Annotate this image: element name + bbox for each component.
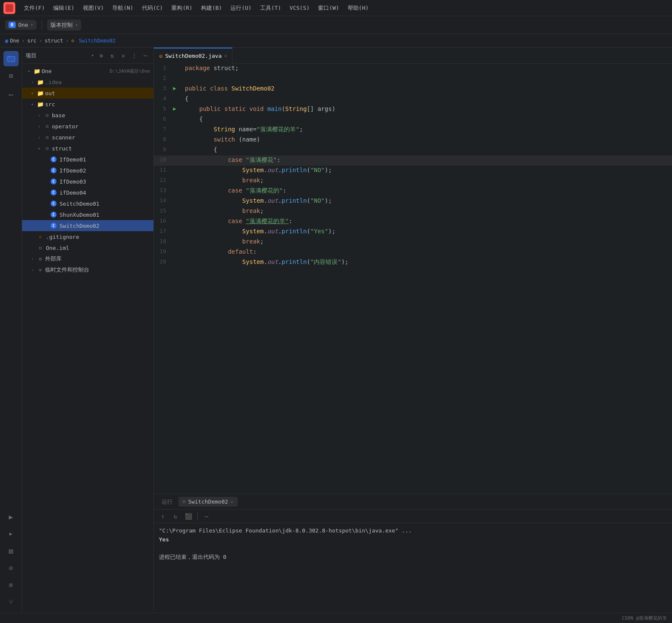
tree-item-gitignore[interactable]: ⊘ .gitignore: [22, 231, 153, 242]
breadcrumb-struct[interactable]: struct: [45, 38, 63, 44]
menu-vcs[interactable]: VCS(S): [286, 4, 313, 12]
line-num-6: 6: [154, 115, 173, 122]
code-line-3: 3 ▶ public class SwitchDemo02: [154, 84, 672, 94]
console-bottom-icon[interactable]: ▤: [3, 543, 19, 558]
tree-item-struct[interactable]: ▾ ⊟ struct: [22, 143, 153, 154]
tree-item-ifdemo03[interactable]: C IfDemo03: [22, 176, 153, 187]
list-bottom-icon[interactable]: ≡: [3, 577, 19, 592]
tree-arrow-idea: ›: [29, 80, 36, 85]
line-num-16: 16: [154, 217, 173, 224]
sort-icon[interactable]: ⇅: [108, 51, 117, 60]
menu-run[interactable]: 运行(U): [227, 3, 255, 13]
tree-folder-icon-src: 📁: [37, 101, 44, 108]
code-content-15: break;: [181, 207, 672, 215]
version-control-dropdown-icon: ▾: [75, 23, 78, 27]
folder-sidebar-icon[interactable]: [3, 51, 19, 66]
stop-btn[interactable]: ⬛: [183, 511, 194, 522]
code-editor[interactable]: 1 package struct; 2 3 ▶ public class Swi…: [154, 64, 672, 494]
refresh-btn[interactable]: ↻: [170, 511, 181, 522]
tree-arrow-operator: ›: [36, 124, 43, 129]
breadcrumb-switchdemo02[interactable]: ⊙ SwitchDemo02: [71, 38, 116, 44]
menu-file[interactable]: 文件(F): [20, 3, 48, 13]
git-bottom-icon[interactable]: ⑂: [3, 594, 19, 609]
menu-navigate[interactable]: 导航(N): [109, 3, 136, 13]
tree-item-seitchdemo01[interactable]: C SeitchDemo01: [22, 198, 153, 209]
menu-tools[interactable]: 工具(T): [257, 3, 284, 13]
tree-label-root: One: [42, 68, 107, 74]
code-content-4: {: [181, 94, 672, 103]
code-line-5: 5 ▶ public static void main(String[] arg…: [154, 105, 672, 115]
code-line-13: 13 case "落满樱花的":: [154, 186, 672, 196]
tree-item-extlib[interactable]: › ⊞ 外部库: [22, 253, 153, 264]
tree-item-shunxudemo01[interactable]: C ShunXuDemo01: [22, 209, 153, 220]
tree-label-shunxudemo01: ShunXuDemo01: [60, 212, 150, 218]
tree-item-ifdemo04[interactable]: C ifDemo04: [22, 187, 153, 198]
run-btn-placeholder-1: [173, 64, 181, 65]
tree-item-switchdemo02[interactable]: C SwitchDemo02: [22, 220, 153, 231]
code-content-20: System.out.println("内容错误");: [181, 258, 672, 267]
tree-item-ifdemo01[interactable]: C IfDemo01: [22, 154, 153, 165]
breadcrumb: ▣ One › src › struct › ⊙ SwitchDemo02: [0, 34, 672, 48]
tree-item-idea[interactable]: › 📁 .idea: [22, 76, 153, 88]
version-control-btn[interactable]: 版本控制 ▾: [47, 20, 81, 31]
scroll-up-btn[interactable]: ↑: [157, 511, 168, 522]
tree-item-scanner[interactable]: › ⊟ scanner: [22, 132, 153, 143]
tree-temp-icon: ≡: [37, 266, 44, 273]
clock-bottom-icon[interactable]: ⊙: [3, 560, 19, 575]
menu-view[interactable]: 视图(V): [79, 3, 107, 13]
code-content-5: public static void main(String[] args): [181, 105, 672, 113]
add-icon[interactable]: ⊕: [96, 51, 106, 60]
tree-item-oneiml[interactable]: ⊟ One.iml: [22, 242, 153, 253]
tree-label-out: out: [45, 90, 150, 96]
line-num-19: 19: [154, 247, 173, 255]
run-btn-5[interactable]: ▶: [173, 105, 181, 112]
bottom-tab-switchdemo02[interactable]: ⊟ SwitchDemo02 ✕: [179, 497, 238, 507]
code-line-12: 12 break;: [154, 176, 672, 186]
status-bar: CSDN @落满樱花的羊: [0, 613, 672, 623]
structure-sidebar-icon[interactable]: ⊞: [3, 68, 19, 83]
tree-item-base[interactable]: › ⊟ base: [22, 110, 153, 121]
run-bottom-icon[interactable]: ▶: [3, 509, 19, 524]
bottom-tab-run[interactable]: 运行: [157, 496, 177, 507]
main-area: ⊞ … ▶ ▶ ▤ ⊙ ≡ ⑂ 项目 ▾ ⊕ ⇅ ✕ ⋮ ─ ▾ 📁: [0, 48, 672, 613]
tree-item-root[interactable]: ▾ 📁 One D:\JAVA项目\One: [22, 65, 153, 76]
more-tree-icon[interactable]: ⋮: [130, 51, 139, 60]
debug-bottom-icon[interactable]: ▶: [3, 526, 19, 541]
tree-item-temp[interactable]: › ≡ 临时文件和控制台: [22, 264, 153, 275]
menu-build[interactable]: 构建(B): [198, 3, 225, 13]
tree-java-icon-switchdemo02: C: [51, 223, 57, 229]
code-content-13: case "落满樱花的":: [181, 186, 672, 195]
more-sidebar-icon[interactable]: …: [3, 85, 19, 100]
tree-java-icon-ifdemo01: C: [51, 156, 57, 162]
menu-help[interactable]: 帮助(H): [344, 3, 372, 13]
settings-btn[interactable]: ⋯: [201, 511, 212, 522]
menu-refactor[interactable]: 重构(R): [168, 3, 196, 13]
menu-code[interactable]: 代码(C): [139, 3, 166, 13]
editor-tab-switchdemo02[interactable]: ⊙ SwitchDemo02.java ✕: [154, 48, 233, 64]
code-content-16: case "落满樱花的羊":: [181, 217, 672, 226]
tree-label-ifdemo04: ifDemo04: [60, 190, 150, 196]
tree-item-operator[interactable]: › ⊟ operator: [22, 121, 153, 132]
editor-tab-close[interactable]: ✕: [224, 53, 227, 59]
tree-arrow-scanner: ›: [36, 135, 43, 140]
run-btn-3[interactable]: ▶: [173, 84, 181, 91]
tree-java-icon-ifdemo03: C: [51, 178, 57, 184]
breadcrumb-src[interactable]: src: [27, 38, 37, 44]
tree-label-extlib: 外部库: [45, 255, 150, 263]
menu-edit[interactable]: 编辑(E): [50, 3, 77, 13]
code-content-3: public class SwitchDemo02: [181, 84, 672, 93]
tree-item-out[interactable]: ▾ 📁 out: [22, 88, 153, 99]
menu-window[interactable]: 窗口(W): [315, 3, 342, 13]
editor-area: ⊙ SwitchDemo02.java ✕ 1 package struct; …: [154, 48, 672, 613]
console-line-4: 进程已结束，退出代码为 0: [159, 553, 667, 562]
breadcrumb-one[interactable]: One: [10, 38, 19, 44]
minimize-icon[interactable]: ─: [141, 51, 150, 60]
tree-label-gitignore: .gitignore: [46, 234, 150, 240]
close-tree-icon[interactable]: ✕: [119, 51, 128, 60]
tree-item-ifdemo02[interactable]: C IfDemo02: [22, 165, 153, 176]
bottom-tab-close[interactable]: ✕: [231, 499, 233, 504]
line-num-17: 17: [154, 227, 173, 234]
tree-item-src[interactable]: ▾ 📁 src: [22, 99, 153, 110]
project-selector[interactable]: 0 One ▾: [5, 20, 37, 30]
tree-label-struct: struct: [52, 145, 150, 152]
